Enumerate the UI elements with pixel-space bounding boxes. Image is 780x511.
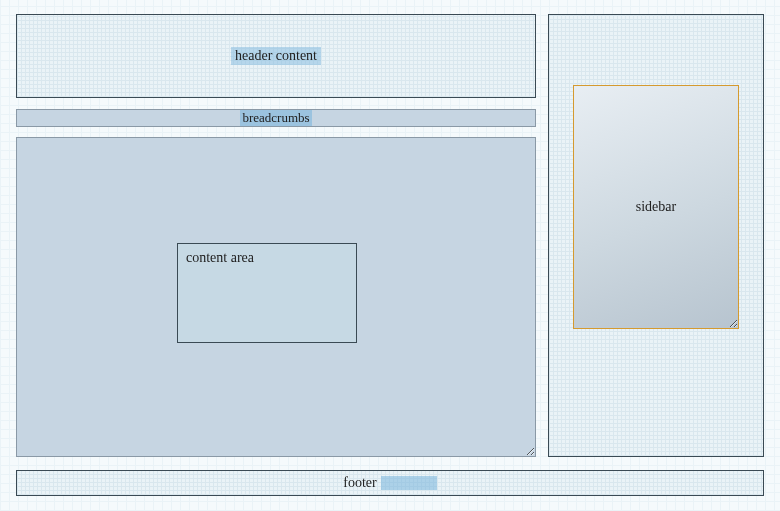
main-region: content area bbox=[16, 137, 536, 457]
right-column-region: sidebar bbox=[548, 14, 764, 457]
breadcrumbs-label: breadcrumbs bbox=[240, 110, 311, 126]
sidebar-region: sidebar bbox=[573, 85, 739, 329]
sidebar-label: sidebar bbox=[636, 199, 676, 215]
footer-label: footer bbox=[343, 475, 376, 491]
header-region: header content bbox=[16, 14, 536, 98]
breadcrumbs-region: breadcrumbs bbox=[16, 109, 536, 127]
header-label: header content bbox=[231, 47, 321, 65]
content-area-label: content area bbox=[186, 250, 254, 265]
footer-region: footer bbox=[16, 470, 764, 496]
footer-highlight bbox=[381, 476, 437, 490]
content-area-region: content area bbox=[177, 243, 357, 343]
